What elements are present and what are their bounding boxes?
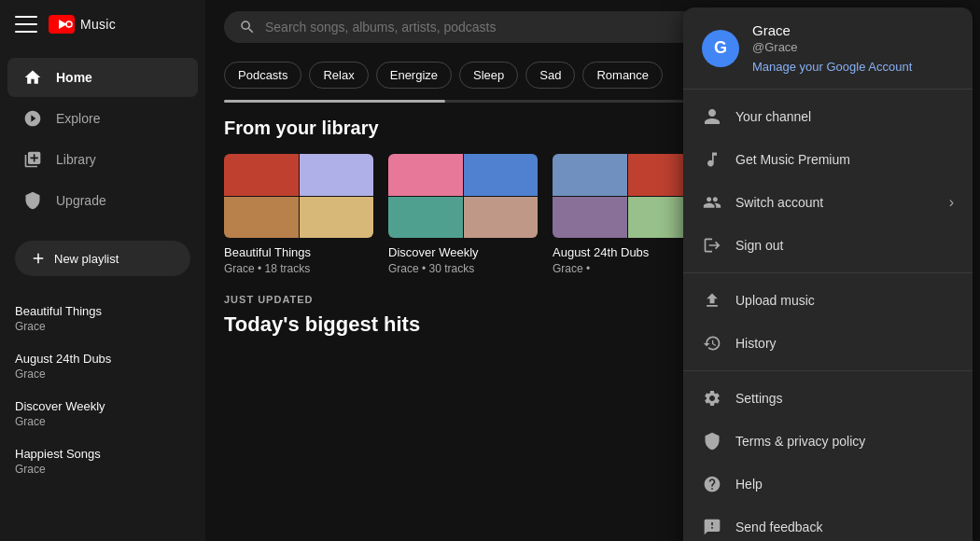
- history-item[interactable]: History: [683, 322, 973, 365]
- dropdown-user-handle: @Grace: [752, 40, 954, 54]
- chevron-right-icon: ›: [949, 194, 954, 211]
- upload-music-label: Upload music: [735, 293, 954, 308]
- help-icon: [702, 474, 722, 494]
- help-label: Help: [735, 477, 954, 492]
- settings-item[interactable]: Settings: [683, 377, 973, 420]
- dropdown-section-1: Your channel Get Music Premium Switch ac…: [683, 90, 973, 273]
- upload-icon: [702, 290, 722, 311]
- sign-out-label: Sign out: [735, 238, 954, 253]
- help-item[interactable]: Help: [683, 463, 973, 506]
- dropdown-section-3: Settings Terms & privacy policy Help: [683, 371, 973, 541]
- switch-account-label: Switch account: [735, 195, 936, 210]
- music-icon: [702, 149, 722, 170]
- dropdown-header: G Grace @Grace Manage your Google Accoun…: [683, 7, 973, 90]
- manage-account-link[interactable]: Manage your Google Account: [752, 60, 954, 74]
- get-premium-label: Get Music Premium: [735, 152, 954, 167]
- send-feedback-item[interactable]: Send feedback: [683, 506, 973, 541]
- person-icon: [702, 106, 722, 127]
- dropdown-user-name: Grace: [752, 22, 954, 38]
- history-icon: [702, 333, 722, 354]
- sign-out-item[interactable]: Sign out: [683, 224, 973, 267]
- app-container: Music Home Explore Library: [0, 0, 980, 541]
- switch-icon: [702, 192, 722, 213]
- dropdown-avatar: G: [702, 30, 739, 67]
- your-channel-item[interactable]: Your channel: [683, 95, 973, 138]
- shield-icon: [702, 431, 722, 451]
- your-channel-label: Your channel: [735, 109, 954, 124]
- send-feedback-label: Send feedback: [735, 520, 954, 534]
- feedback-icon: [702, 517, 722, 537]
- history-label: History: [735, 336, 954, 351]
- dropdown-section-2: Upload music History: [683, 273, 973, 371]
- switch-account-item[interactable]: Switch account ›: [683, 181, 973, 224]
- dropdown-overlay: G Grace @Grace Manage your Google Accoun…: [0, 0, 980, 541]
- get-premium-item[interactable]: Get Music Premium: [683, 138, 973, 181]
- dropdown-menu: G Grace @Grace Manage your Google Accoun…: [683, 7, 973, 541]
- upload-music-item[interactable]: Upload music: [683, 279, 973, 322]
- signout-icon: [702, 235, 722, 256]
- settings-label: Settings: [735, 391, 954, 406]
- dropdown-user-info: Grace @Grace Manage your Google Account: [752, 22, 954, 74]
- terms-privacy-label: Terms & privacy policy: [735, 434, 954, 449]
- settings-icon: [702, 388, 722, 409]
- terms-privacy-item[interactable]: Terms & privacy policy: [683, 420, 973, 463]
